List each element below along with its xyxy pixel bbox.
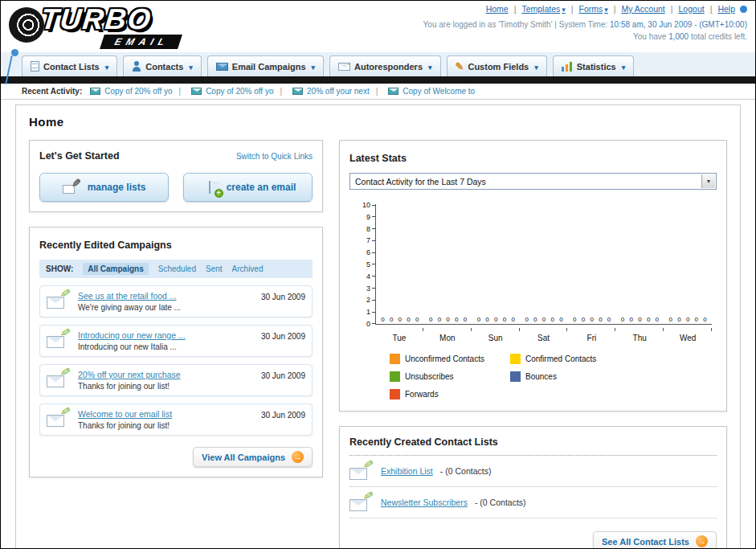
chart-value-label: 0 xyxy=(550,316,554,323)
switch-quick-links-link[interactable]: Switch to Quick Links xyxy=(236,152,313,161)
recent-activity-item[interactable]: Copy of 20% off yo xyxy=(173,87,274,96)
campaign-row: Welcome to our email list Thanks for joi… xyxy=(39,404,313,436)
campaign-date: 30 Jun 2009 xyxy=(261,411,305,430)
x-axis-category-label: Fri xyxy=(567,334,615,342)
chart-values-row: 00000000000000000000000000000000000 xyxy=(376,316,712,323)
tab-autoresponders[interactable]: Autoresponders xyxy=(329,55,441,76)
recent-activity-bar: Recent Activity: Copy of 20% off yo Copy… xyxy=(1,84,755,100)
x-axis-category-label: Sat xyxy=(520,334,568,342)
recent-contact-lists-panel: Recently Created Contact Lists Exhibitio… xyxy=(339,426,727,549)
x-axis-category-label: Mon xyxy=(423,334,472,342)
legend-label: Confirmed Contacts xyxy=(525,354,596,363)
create-email-button[interactable]: create an email xyxy=(183,173,313,202)
x-axis-category-label: Tue xyxy=(375,334,423,342)
chart-value-group: 00000 xyxy=(472,316,520,323)
contact-lists-panel-title: Recently Created Contact Lists xyxy=(349,436,717,456)
contact-list-link[interactable]: Newsletter Subscribers xyxy=(381,498,468,507)
campaign-subtitle: Introducing our new Italia ... xyxy=(78,342,254,351)
chart-x-ticks xyxy=(375,328,712,331)
x-axis-tick xyxy=(423,328,472,331)
logo-swoosh-icon xyxy=(9,7,44,43)
chart-value-label: 0 xyxy=(398,316,402,323)
chart-value-label: 0 xyxy=(438,316,441,323)
chart-value-group: 00000 xyxy=(520,316,568,323)
chart-plot-area: 00000000000000000000000000000000000 xyxy=(375,204,712,325)
see-all-contact-lists-button[interactable]: See All Contact Lists xyxy=(593,531,717,549)
chart-value-group: 00000 xyxy=(568,316,616,323)
legend-item: Forwards xyxy=(390,389,510,399)
campaign-title-link[interactable]: 20% off your next purchase xyxy=(78,370,254,379)
campaign-title-link[interactable]: Introducing our new range ... xyxy=(78,330,254,340)
app-logo: TURBO EMAIL xyxy=(7,2,232,51)
header-right: Home Templates Forms My Account Logout H… xyxy=(423,4,747,43)
campaign-row: 20% off your next purchase Thanks for jo… xyxy=(39,364,313,396)
right-column: Latest Stats Contact Activity for the La… xyxy=(339,140,727,549)
logo-primary-text: TURBO xyxy=(39,2,153,36)
chart-value-label: 0 xyxy=(607,316,611,323)
pencil-paper-icon xyxy=(63,181,80,194)
chart-legend: Unconfirmed ContactsConfirmed ContactsUn… xyxy=(390,354,712,399)
view-all-campaigns-button[interactable]: View All Campaigns xyxy=(193,447,313,467)
envelope-icon xyxy=(209,181,210,194)
campaign-title-link[interactable]: See us at the retail food ... xyxy=(78,291,254,301)
stats-panel-title: Latest Stats xyxy=(349,153,407,164)
contact-list-link[interactable]: Exhibition List xyxy=(381,466,433,476)
stats-period-select[interactable]: Contact Activity for the Last 7 Days xyxy=(349,173,717,190)
header-link-my-account[interactable]: My Account xyxy=(608,4,665,14)
recent-activity-item[interactable]: Copy of Welcome to xyxy=(370,87,475,96)
filter-sent[interactable]: Sent xyxy=(206,264,223,273)
y-axis-tick-label: 1 xyxy=(366,308,375,316)
chart-value-label: 0 xyxy=(485,316,488,323)
filter-all-campaigns[interactable]: All Campaigns xyxy=(83,263,148,275)
header-link-help[interactable]: Help xyxy=(705,4,735,14)
y-axis-tick-label: 3 xyxy=(366,285,375,293)
y-axis-tick-label: 0 xyxy=(366,320,375,328)
tab-contacts[interactable]: Contacts xyxy=(123,55,202,76)
chart-value-label: 0 xyxy=(533,316,537,323)
contact-activity-chart: 109876543210 000000000000000000000000000… xyxy=(349,204,717,399)
chart-value-group: 00000 xyxy=(664,316,712,323)
envelope-icon xyxy=(90,88,100,95)
chart-value-label: 0 xyxy=(582,316,585,323)
tab-email-campaigns[interactable]: Email Campaigns xyxy=(207,55,324,76)
contact-list-row: Newsletter Subscribers - (0 Contacts) xyxy=(349,487,717,518)
email-campaigns-icon xyxy=(216,63,228,71)
legend-item: Unconfirmed Contacts xyxy=(390,354,510,364)
recent-activity-item[interactable]: 20% off your next xyxy=(273,87,369,96)
campaign-filter-bar: SHOW: All Campaigns Scheduled Sent Archi… xyxy=(39,260,313,278)
chart-value-label: 0 xyxy=(381,316,384,323)
contacts-icon xyxy=(132,61,141,72)
session-status: You are logged in as 'Timothy Smith' | S… xyxy=(423,18,747,43)
campaign-date: 30 Jun 2009 xyxy=(261,332,305,351)
top-header: TURBO EMAIL Home Templates Forms My Acco… xyxy=(1,1,755,52)
tab-contact-lists[interactable]: Contact Lists xyxy=(22,55,117,76)
campaign-title-link[interactable]: Welcome to our email list xyxy=(78,409,254,419)
main-nav: Contact Lists Contacts Email Campaigns A… xyxy=(1,52,755,76)
manage-lists-button[interactable]: manage lists xyxy=(39,173,169,202)
legend-swatch xyxy=(390,371,400,382)
campaign-subtitle: Thanks for joining our list! xyxy=(78,421,254,430)
y-axis-tick-label: 10 xyxy=(362,201,375,209)
chart-value-label: 0 xyxy=(669,316,672,323)
x-axis-tick xyxy=(615,328,664,331)
page-title: Home xyxy=(29,115,727,129)
x-axis-category-label: Wed xyxy=(664,334,712,342)
header-link-templates[interactable]: Templates xyxy=(509,4,566,14)
chart-value-label: 0 xyxy=(677,316,680,323)
status-line: You are logged in as 'Timothy Smith' | S… xyxy=(423,18,747,31)
chart-x-axis: TueMonSunSatFriThuWed xyxy=(375,334,712,342)
x-axis-tick xyxy=(567,328,615,331)
chart-value-label: 0 xyxy=(621,316,624,323)
campaign-row: See us at the retail food ... We're givi… xyxy=(39,285,313,318)
chart-value-label: 0 xyxy=(559,316,562,323)
show-label: SHOW: xyxy=(46,264,73,273)
tab-statistics[interactable]: Statistics xyxy=(553,55,634,76)
y-axis-tick-label: 8 xyxy=(366,225,375,233)
tab-custom-fields[interactable]: Custom Fields xyxy=(447,55,547,76)
header-link-home[interactable]: Home xyxy=(486,4,509,14)
filter-archived[interactable]: Archived xyxy=(232,264,264,273)
recent-activity-item[interactable]: Copy of 20% off yo xyxy=(90,87,172,96)
header-link-forms[interactable]: Forms xyxy=(566,4,608,14)
filter-scheduled[interactable]: Scheduled xyxy=(158,264,196,273)
header-link-logout[interactable]: Logout xyxy=(665,4,705,14)
